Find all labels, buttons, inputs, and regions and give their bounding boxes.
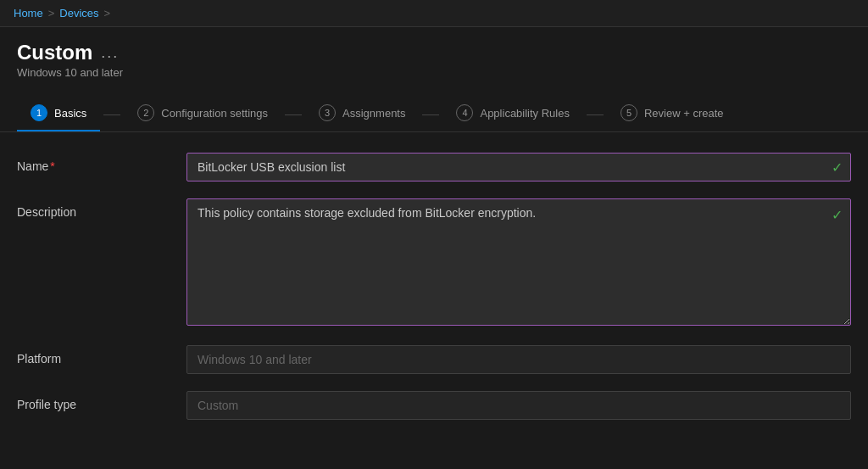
platform-label: Platform: [17, 345, 186, 366]
tab-circle-1: 1: [31, 104, 47, 121]
page-subtitle: Windows 10 and later: [17, 66, 851, 79]
form-row-name: Name* ✓: [17, 153, 851, 181]
tab-configuration[interactable]: 2 Configuration settings: [124, 98, 281, 131]
page-title: Custom: [17, 41, 92, 64]
more-options-button[interactable]: ...: [101, 44, 119, 62]
profile-type-label: Profile type: [17, 391, 186, 411]
platform-input-wrap: Windows 10 and later: [186, 345, 851, 374]
tab-separator-1: [103, 114, 120, 115]
form-row-platform: Platform Windows 10 and later: [17, 345, 851, 374]
tab-label-basics: Basics: [54, 107, 86, 120]
page-header: Custom ... Windows 10 and later: [0, 27, 868, 86]
tab-separator-2: [285, 114, 302, 115]
name-input-wrap: ✓: [186, 153, 851, 181]
page-title-row: Custom ...: [17, 41, 851, 64]
breadcrumb-sep-1: >: [48, 7, 55, 20]
breadcrumb-home[interactable]: Home: [14, 7, 43, 20]
tab-review[interactable]: 5 Review + create: [607, 98, 737, 131]
breadcrumb-devices[interactable]: Devices: [59, 7, 98, 20]
tab-separator-4: [587, 114, 604, 115]
name-input[interactable]: [186, 153, 851, 181]
profile-type-value: Custom: [186, 391, 851, 420]
main-content: Name* ✓ Description This policy contains…: [0, 132, 868, 457]
tab-label-applicability: Applicability Rules: [480, 107, 570, 120]
tab-label-review: Review + create: [644, 107, 724, 120]
breadcrumb: Home > Devices >: [14, 7, 110, 20]
tab-applicability[interactable]: 4 Applicability Rules: [442, 98, 583, 131]
tab-circle-3: 3: [319, 104, 336, 121]
description-textarea[interactable]: This policy contains storage excluded fr…: [186, 198, 851, 326]
breadcrumb-sep-2: >: [104, 7, 111, 20]
name-check-icon: ✓: [832, 159, 843, 176]
platform-value: Windows 10 and later: [186, 345, 851, 374]
description-label: Description: [17, 198, 186, 219]
required-star: *: [50, 159, 54, 173]
form-row-description: Description This policy contains storage…: [17, 198, 851, 328]
tab-basics[interactable]: 1 Basics: [17, 98, 100, 131]
name-label: Name*: [17, 153, 186, 173]
top-bar: Home > Devices >: [0, 0, 868, 27]
tab-label-configuration: Configuration settings: [161, 107, 268, 120]
tab-assignments[interactable]: 3 Assignments: [305, 98, 419, 131]
description-check-icon: ✓: [832, 207, 843, 223]
tab-label-assignments: Assignments: [342, 107, 405, 120]
profile-type-input-wrap: Custom: [186, 391, 851, 420]
wizard-tabs: 1 Basics 2 Configuration settings 3 Assi…: [0, 86, 868, 132]
tab-circle-4: 4: [456, 104, 473, 121]
tab-circle-2: 2: [137, 104, 154, 121]
tab-circle-5: 5: [620, 104, 637, 121]
tab-separator-3: [422, 114, 439, 115]
description-input-wrap: This policy contains storage excluded fr…: [186, 198, 851, 328]
form-row-profile-type: Profile type Custom: [17, 391, 851, 420]
